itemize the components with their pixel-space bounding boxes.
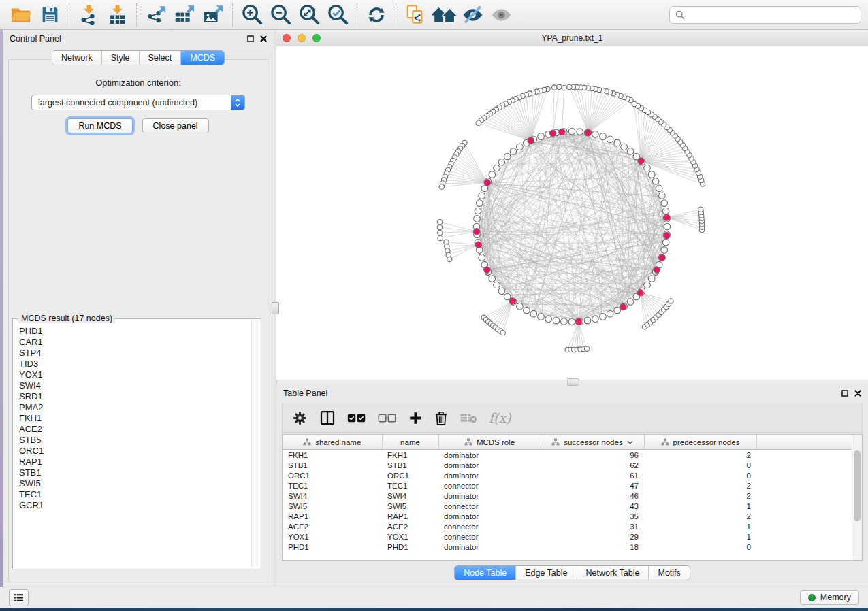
node-table-container: shared name name MCDS role successor nod… xyxy=(282,434,863,561)
mcds-result-item[interactable]: FKH1 xyxy=(19,413,251,424)
search-field[interactable] xyxy=(669,6,861,24)
float-panel-icon[interactable] xyxy=(247,35,254,42)
add-column-button[interactable] xyxy=(408,411,423,425)
close-panel-icon[interactable] xyxy=(260,35,267,42)
control-panel-header: Control Panel xyxy=(3,30,274,48)
save-floppy-icon xyxy=(40,5,60,24)
mcds-result-item[interactable]: ORC1 xyxy=(19,446,251,457)
attribute-icon xyxy=(661,438,669,446)
mcds-result-item[interactable]: RAP1 xyxy=(19,457,251,467)
memory-button[interactable]: Memory xyxy=(800,590,859,605)
table-row[interactable]: RAP1RAP1dominator352 xyxy=(283,511,862,521)
export-network-button[interactable] xyxy=(142,2,170,28)
export-table-button[interactable] xyxy=(170,2,199,28)
tab-mcds[interactable]: MCDS xyxy=(181,51,224,65)
tab-node-table[interactable]: Node Table xyxy=(455,566,516,580)
mcds-result-item[interactable]: ACE2 xyxy=(19,424,251,435)
float-panel-icon[interactable] xyxy=(841,390,848,397)
table-row[interactable]: TEC1TEC1connector472 xyxy=(283,480,862,491)
tab-network-table[interactable]: Network Table xyxy=(577,566,649,580)
hide-elements-button[interactable] xyxy=(458,2,487,28)
network-window-titlebar[interactable]: YPA_prune.txt_1 xyxy=(276,30,868,47)
tab-style[interactable]: Style xyxy=(102,51,140,65)
tab-motifs[interactable]: Motifs xyxy=(649,566,689,580)
memory-status-dot xyxy=(808,594,816,601)
network-graph[interactable] xyxy=(276,46,867,379)
close-panel-button[interactable]: Close panel xyxy=(142,118,209,133)
maximize-window-button[interactable] xyxy=(312,34,321,42)
zoom-out-button[interactable] xyxy=(266,2,295,28)
main-toolbar xyxy=(0,0,868,30)
table-row[interactable]: STB1STB1dominator620 xyxy=(283,460,862,470)
gear-icon xyxy=(292,410,308,426)
close-window-button[interactable] xyxy=(283,34,291,42)
save-session-button[interactable] xyxy=(35,2,64,28)
houses-icon xyxy=(431,5,457,24)
mcds-result-item[interactable]: TEC1 xyxy=(19,489,251,500)
import-table-button[interactable] xyxy=(103,2,131,28)
deselect-all-button[interactable] xyxy=(378,412,397,424)
function-builder-button-disabled: f(x) xyxy=(489,410,511,425)
column-header-successor-nodes[interactable]: successor nodes xyxy=(541,435,644,450)
table-scrollbar-thumb[interactable] xyxy=(854,450,861,521)
mcds-result-item[interactable]: SWI4 xyxy=(19,380,251,391)
show-elements-button[interactable] xyxy=(487,2,515,28)
column-label: predecessor nodes xyxy=(673,438,740,446)
select-stepper xyxy=(231,95,244,110)
mcds-result-item[interactable]: YOX1 xyxy=(19,369,251,380)
zoom-in-button[interactable] xyxy=(238,2,266,28)
delete-column-button[interactable] xyxy=(434,410,448,426)
table-row[interactable]: SWI4SWI4dominator462 xyxy=(283,491,862,501)
column-header-predecessor-nodes[interactable]: predecessor nodes xyxy=(644,435,756,450)
mcds-result-item[interactable]: SWI5 xyxy=(19,478,251,489)
table-row[interactable]: PHD1PHD1dominator180 xyxy=(283,542,862,552)
table-row[interactable]: ACE2ACE2connector311 xyxy=(283,521,862,531)
task-history-button[interactable] xyxy=(9,589,29,606)
select-all-button[interactable] xyxy=(347,412,366,424)
mcds-result-item[interactable]: STB5 xyxy=(19,435,251,446)
refresh-view-button[interactable] xyxy=(362,2,391,28)
export-image-button[interactable] xyxy=(199,2,227,28)
share-view-button[interactable] xyxy=(401,2,430,28)
table-row[interactable]: ORC1ORC1dominator610 xyxy=(283,470,862,480)
tab-network[interactable]: Network xyxy=(52,51,102,65)
column-header-mcds-role[interactable]: MCDS role xyxy=(438,435,541,450)
mcds-result-list[interactable]: PHD1CAR1STP4TID3YOX1SWI4SRD1PMA2FKH1ACE2… xyxy=(13,323,251,569)
import-network-button[interactable] xyxy=(74,2,103,28)
mcds-result-item[interactable]: PMA2 xyxy=(19,402,251,413)
search-input[interactable] xyxy=(689,10,855,20)
zoom-fit-button[interactable] xyxy=(295,2,323,28)
optimization-criterion-select[interactable]: largest connected component (undirected) xyxy=(31,95,245,110)
table-row[interactable]: SWI5SWI5connector431 xyxy=(283,501,862,511)
show-columns-button[interactable] xyxy=(319,410,336,426)
home-button[interactable] xyxy=(430,2,458,28)
tab-edge-table[interactable]: Edge Table xyxy=(516,566,577,580)
column-header-shared-name[interactable]: shared name xyxy=(283,435,382,450)
status-bar: Memory xyxy=(0,587,868,608)
network-canvas[interactable] xyxy=(276,46,868,380)
mcds-result-item[interactable]: STB1 xyxy=(19,467,251,478)
mcds-result-item[interactable]: STP4 xyxy=(19,348,251,359)
table-row[interactable]: YOX1YOX1connector291 xyxy=(283,531,862,542)
mcds-result-item[interactable]: CAR1 xyxy=(19,337,251,348)
table-settings-button[interactable] xyxy=(292,410,308,426)
mcds-list-scrollbar[interactable] xyxy=(251,320,261,568)
mcds-result-item[interactable]: GCR1 xyxy=(19,500,251,511)
table-row[interactable]: FKH1FKH1dominator962 xyxy=(283,450,862,461)
minimize-window-button[interactable] xyxy=(298,34,306,42)
export-table-icon xyxy=(174,4,195,25)
mcds-result-item[interactable]: TID3 xyxy=(19,359,251,369)
vertical-splitter-grip[interactable] xyxy=(272,302,279,314)
table-scrollbar[interactable] xyxy=(852,435,862,560)
column-header-name[interactable]: name xyxy=(382,435,438,450)
horizontal-splitter-grip[interactable] xyxy=(567,378,579,386)
zoom-selected-icon xyxy=(327,3,349,26)
close-panel-icon[interactable] xyxy=(854,390,861,397)
zoom-selected-button[interactable] xyxy=(323,2,352,28)
open-session-button[interactable] xyxy=(7,2,35,28)
tab-select[interactable]: Select xyxy=(140,51,182,65)
selected-criterion-value: largest connected component (undirected) xyxy=(32,98,231,108)
mcds-result-item[interactable]: SRD1 xyxy=(19,391,251,402)
run-mcds-button[interactable]: Run MCDS xyxy=(67,118,132,133)
mcds-result-item[interactable]: PHD1 xyxy=(19,326,251,337)
